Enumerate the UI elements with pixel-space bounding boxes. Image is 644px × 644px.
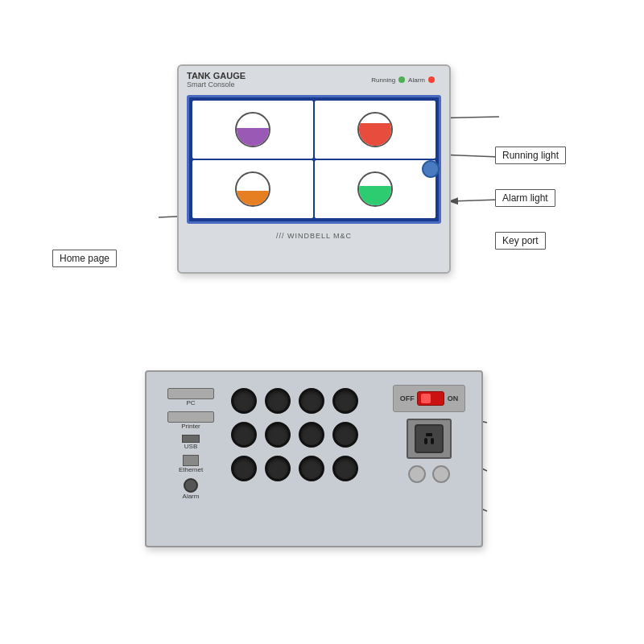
- printer-port-connector: [167, 411, 214, 423]
- power-switch-panel: OFF ON: [393, 385, 465, 412]
- printer-port-text: Printer: [158, 423, 224, 430]
- device-title: TANK GAUGE: [187, 71, 246, 80]
- top-section: TANK GAUGE Smart Console Running Alarm: [0, 48, 644, 322]
- running-light-label: Running light: [495, 147, 566, 164]
- power-toggle-switch[interactable]: [417, 391, 444, 406]
- pc-port-connector: [167, 388, 214, 399]
- round-port-4: [332, 388, 358, 414]
- round-port-6: [265, 422, 291, 448]
- tank-fill-3: [237, 191, 269, 205]
- tank-cell-3: [192, 160, 313, 218]
- device-back-panel: PC Printer USB Ethernet Alarm: [145, 370, 483, 547]
- off-label: OFF: [400, 394, 415, 402]
- home-page-label: Home page: [52, 250, 117, 267]
- alarm-light-dot: [428, 76, 435, 83]
- bottom-section: PC Printer USB Ethernet Alarm: [0, 346, 644, 620]
- device-subtitle: Smart Console: [187, 80, 246, 89]
- fuse-cap-2: [432, 465, 450, 483]
- fuse-pair: [408, 465, 450, 483]
- display-screen: [187, 95, 441, 224]
- round-port-12: [332, 456, 358, 481]
- round-port-9: [231, 456, 257, 481]
- iec-socket: [415, 424, 444, 453]
- usb-port-text: USB: [158, 443, 224, 450]
- round-port-10: [265, 456, 291, 481]
- tank-circle-3: [235, 171, 270, 207]
- round-port-8: [332, 422, 358, 448]
- tank-circle-4: [357, 171, 393, 207]
- round-port-3: [299, 388, 324, 414]
- tank-fill-2: [359, 123, 391, 146]
- alarm-label: Alarm: [408, 76, 425, 84]
- on-label: ON: [448, 394, 459, 402]
- ethernet-port-text: Ethernet: [158, 466, 224, 473]
- power-socket-box: [407, 419, 452, 459]
- toggle-knob: [421, 394, 431, 403]
- round-port-1: [231, 388, 257, 414]
- round-port-2: [265, 388, 291, 414]
- device-front-panel: TANK GAUGE Smart Console Running Alarm: [177, 64, 451, 274]
- running-label: Running: [371, 76, 395, 84]
- tank-cell-4: [315, 160, 436, 218]
- key-port-button[interactable]: [422, 160, 440, 178]
- tank-cell-2: [315, 101, 436, 159]
- round-port-11: [299, 456, 324, 481]
- alarm-port-connector: [184, 478, 198, 493]
- tank-cell-1: [192, 101, 313, 159]
- iec-hole-left: [424, 438, 427, 444]
- round-port-5: [231, 422, 257, 448]
- port-strip: PC Printer USB Ethernet Alarm: [155, 380, 227, 541]
- pc-port-text: PC: [158, 399, 224, 407]
- alarm-port-text: Alarm: [158, 493, 224, 500]
- tank-circle-1: [235, 112, 270, 147]
- round-port-7: [299, 422, 324, 448]
- brand-label: /// WINDBELL M&C: [179, 229, 449, 243]
- tank-fill-1: [237, 128, 269, 146]
- tank-fill-4: [359, 186, 391, 205]
- right-controls: OFF ON: [385, 380, 473, 541]
- usb-port-connector: [182, 435, 200, 443]
- key-port-label: Key port: [495, 232, 546, 250]
- alarm-light-label: Alarm light: [495, 189, 555, 207]
- fuse-cap-1: [408, 465, 426, 483]
- ethernet-port-connector: [183, 455, 199, 466]
- iec-hole-top: [426, 433, 432, 436]
- tank-circle-2: [357, 112, 393, 147]
- iec-hole-right: [431, 438, 434, 444]
- running-light-dot: [398, 76, 405, 83]
- round-ports-grid: [231, 388, 358, 481]
